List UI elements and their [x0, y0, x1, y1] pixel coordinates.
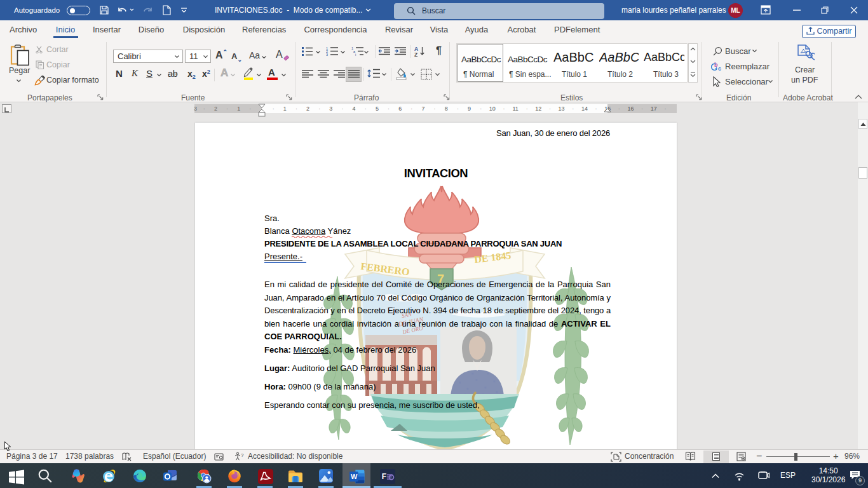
svg-text:?: ? — [241, 452, 244, 458]
svg-text:3: 3 — [326, 53, 328, 56]
svg-text:F: F — [382, 472, 386, 481]
svg-text:W: W — [351, 473, 358, 480]
svg-text:c: c — [718, 65, 721, 72]
svg-text:Z: Z — [414, 51, 417, 57]
svg-text:i: i — [355, 53, 356, 56]
